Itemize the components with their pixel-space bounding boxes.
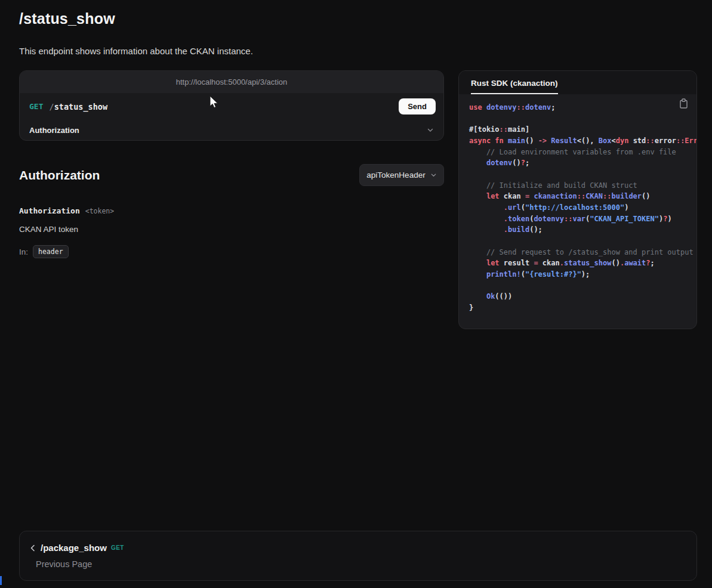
previous-page-link[interactable]: /package_show GET Previous Page <box>19 531 697 581</box>
previous-endpoint-method: GET <box>111 544 124 551</box>
chevron-down-icon <box>430 172 437 178</box>
copy-code-button[interactable] <box>679 98 688 109</box>
auth-field-line: Authorization <token> <box>19 206 114 215</box>
auth-field-type: <token> <box>85 207 114 215</box>
page-title: /status_show <box>19 10 115 27</box>
previous-endpoint-path: /package_show <box>41 543 107 553</box>
authorization-row-label: Authorization <box>29 126 79 135</box>
request-card: http://localhost:5000/api/3/action GET /… <box>19 70 444 141</box>
endpoint-description: This endpoint shows information about th… <box>19 46 253 56</box>
auth-field-description: CKAN API token <box>19 225 78 234</box>
endpoint-path: /status_show <box>49 102 107 112</box>
auth-in-line: In: header <box>19 245 69 258</box>
authorization-collapsible-row[interactable]: Authorization <box>20 120 443 140</box>
base-url-bar: http://localhost:5000/api/3/action <box>20 71 443 93</box>
previous-page-row: /package_show GET <box>29 543 124 553</box>
auth-field-name: Authorization <box>19 206 80 215</box>
previous-page-label: Previous Page <box>36 559 92 569</box>
chevron-left-icon <box>29 544 36 552</box>
send-button[interactable]: Send <box>399 98 436 114</box>
edge-accent-bar <box>0 576 2 585</box>
http-method-badge: GET <box>29 102 43 111</box>
code-sample-panel: Rust SDK (ckanaction) use dotenvy::doten… <box>458 70 697 329</box>
in-label: In: <box>19 247 28 256</box>
clipboard-icon <box>679 98 688 109</box>
code-block: use dotenvy::dotenv; #[tokio::main]async… <box>459 94 696 329</box>
in-value-badge: header <box>33 245 69 258</box>
code-panel-header: Rust SDK (ckanaction) <box>459 71 696 94</box>
tab-rust-sdk[interactable]: Rust SDK (ckanaction) <box>471 79 558 94</box>
auth-scheme-selected: apiTokenHeader <box>366 171 425 180</box>
chevron-down-icon <box>427 126 434 134</box>
auth-scheme-dropdown[interactable]: apiTokenHeader <box>359 164 444 186</box>
request-row: GET /status_show Send <box>20 93 443 120</box>
authorization-heading: Authorization <box>19 168 100 182</box>
